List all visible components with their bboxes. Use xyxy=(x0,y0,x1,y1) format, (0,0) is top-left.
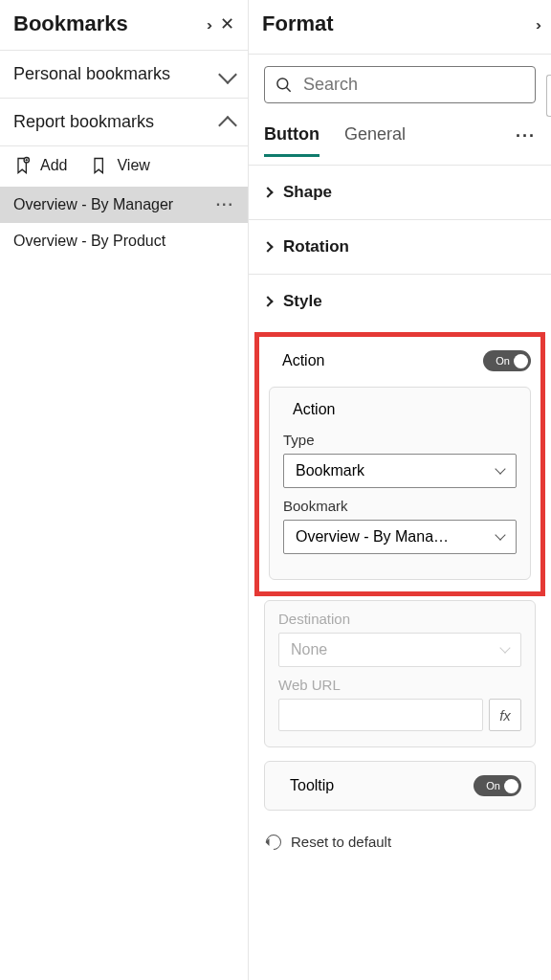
close-icon[interactable]: ✕ xyxy=(220,13,234,34)
format-title: Format xyxy=(262,11,334,36)
toggle-on-label: On xyxy=(486,780,500,791)
action-card-lower: Destination None Web URL fx xyxy=(264,600,536,747)
format-panel: Format ›› Button General ··· Shape Rotat… xyxy=(249,0,551,980)
bookmarks-panel: Bookmarks ›› ✕ Personal bookmarks Report… xyxy=(0,0,249,980)
bookmarks-header: Bookmarks ›› ✕ xyxy=(0,0,248,50)
destination-field-label: Destination xyxy=(278,611,521,627)
svg-point-1 xyxy=(277,78,288,88)
type-select[interactable]: Bookmark xyxy=(283,454,517,488)
destination-select-value: None xyxy=(291,641,327,658)
format-header: Format ›› xyxy=(249,0,551,50)
rotation-label: Rotation xyxy=(283,237,349,256)
add-bookmark-button[interactable]: Add xyxy=(13,156,67,175)
report-bookmarks-label: Report bookmarks xyxy=(13,112,154,132)
tooltip-label: Tooltip xyxy=(290,777,334,794)
tab-button[interactable]: Button xyxy=(264,124,320,157)
bookmark-list: Overview - By Manager ··· Overview - By … xyxy=(0,187,248,259)
personal-bookmarks-label: Personal bookmarks xyxy=(13,64,170,84)
view-bookmark-button[interactable]: View xyxy=(90,156,149,175)
fx-button[interactable]: fx xyxy=(489,699,521,731)
chevron-down-icon xyxy=(495,529,505,540)
style-section[interactable]: Style xyxy=(249,274,551,328)
search-input[interactable] xyxy=(303,75,525,95)
action-label: Action xyxy=(282,352,324,369)
weburl-row: fx xyxy=(278,699,521,731)
reset-to-default-button[interactable]: Reset to default xyxy=(249,820,551,863)
type-field-label: Type xyxy=(283,432,517,448)
report-bookmarks-section[interactable]: Report bookmarks xyxy=(0,98,248,145)
bookmarks-header-actions: ›› ✕ xyxy=(207,13,234,34)
panel-resize-handle[interactable] xyxy=(546,75,551,117)
toggle-on-label: On xyxy=(496,355,510,367)
bookmark-item[interactable]: Overview - By Manager ··· xyxy=(0,187,248,223)
weburl-field-label: Web URL xyxy=(278,677,521,693)
more-options-icon[interactable]: ··· xyxy=(216,196,234,213)
personal-bookmarks-section[interactable]: Personal bookmarks xyxy=(0,50,248,98)
bookmark-view-icon xyxy=(90,156,109,175)
toggle-knob xyxy=(514,354,528,368)
action-card: Action Type Bookmark Bookmark Overview -… xyxy=(269,387,531,580)
toggle-knob xyxy=(504,779,518,793)
bookmark-add-icon xyxy=(13,156,33,175)
action-inner-header[interactable]: Action xyxy=(283,401,517,418)
tab-general[interactable]: General xyxy=(344,124,406,157)
style-label: Style xyxy=(283,292,322,311)
format-tabs: Button General ··· xyxy=(249,109,551,157)
bookmarks-toolbar: Add View xyxy=(0,145,248,187)
chevron-down-icon xyxy=(218,65,237,84)
chevron-right-icon xyxy=(262,241,273,252)
chevron-up-icon xyxy=(218,116,237,135)
search-input-wrapper[interactable] xyxy=(264,66,536,103)
bookmarks-title: Bookmarks xyxy=(13,11,128,36)
chevron-down-icon xyxy=(499,642,510,653)
shape-section[interactable]: Shape xyxy=(249,165,551,219)
reset-label: Reset to default xyxy=(291,834,391,850)
action-inner-label: Action xyxy=(293,401,335,418)
chevron-down-icon xyxy=(495,463,505,474)
action-highlight: Action On Action Type Bookmark Bookmark … xyxy=(254,332,545,596)
shape-label: Shape xyxy=(283,183,332,202)
chevron-right-icon xyxy=(262,296,273,306)
bookmark-item-label: Overview - By Manager xyxy=(13,196,173,213)
fx-label: fx xyxy=(499,707,511,724)
collapse-panel-icon[interactable]: ›› xyxy=(207,16,209,33)
add-label: Add xyxy=(40,157,67,174)
bookmark-item-label: Overview - By Product xyxy=(13,233,165,250)
collapse-panel-icon[interactable]: ›› xyxy=(536,16,538,33)
tooltip-section[interactable]: Tooltip On xyxy=(264,761,536,811)
destination-select: None xyxy=(278,633,521,667)
tooltip-toggle[interactable]: On xyxy=(474,775,521,796)
view-label: View xyxy=(117,157,149,174)
chevron-right-icon xyxy=(262,187,273,197)
weburl-input xyxy=(278,699,483,731)
action-toggle[interactable]: On xyxy=(483,350,531,371)
bookmark-item[interactable]: Overview - By Product xyxy=(0,223,248,259)
rotation-section[interactable]: Rotation xyxy=(249,219,551,274)
more-tabs-icon[interactable]: ··· xyxy=(516,126,536,156)
bookmark-select[interactable]: Overview - By Mana… xyxy=(283,520,517,554)
bookmark-field-label: Bookmark xyxy=(283,498,517,514)
action-section-header[interactable]: Action On xyxy=(259,337,540,387)
type-select-value: Bookmark xyxy=(296,462,364,479)
format-header-actions: ›› xyxy=(536,16,538,33)
reset-icon xyxy=(263,831,285,853)
search-container xyxy=(249,55,551,109)
search-icon xyxy=(275,76,294,95)
bookmark-select-value: Overview - By Mana… xyxy=(296,528,449,546)
